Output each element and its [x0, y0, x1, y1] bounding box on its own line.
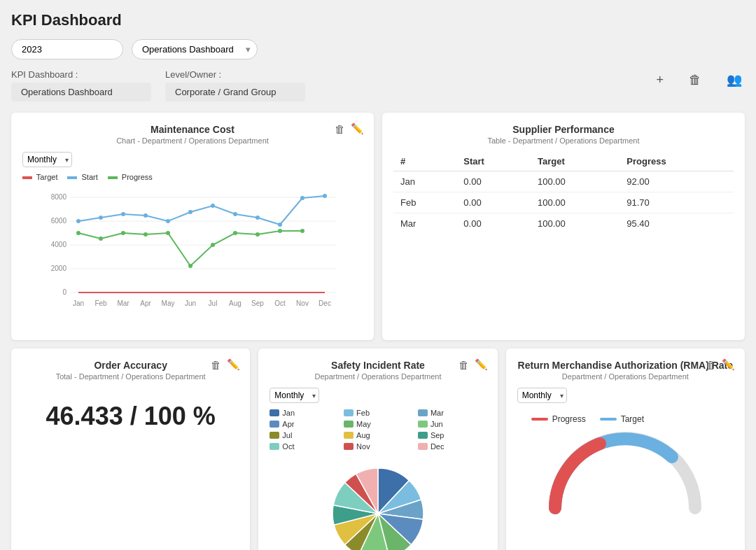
dashboard-select[interactable]: Operations Dashboard Finance Dashboard H… — [132, 39, 258, 59]
svg-point-36 — [121, 231, 125, 235]
kpi-row: KPI Dashboard : Operations Dashboard Lev… — [11, 69, 745, 101]
cell-start: 0.00 — [456, 192, 531, 213]
kpi-dashboard-label: KPI Dashboard : — [11, 69, 151, 80]
safety-pie-chart — [315, 458, 441, 550]
supplier-table-scroll[interactable]: # Start Target Progress Jan 0.00 100.00 … — [393, 152, 734, 234]
svg-text:8000: 8000 — [51, 193, 67, 201]
top-dashboard-grid: Maintenance Cost Chart - Department / Op… — [11, 113, 745, 340]
maintenance-cost-subtitle: Chart - Department / Operations Departme… — [22, 136, 363, 145]
rma-monthly-select[interactable]: Monthly Weekly Yearly — [517, 388, 567, 403]
maintenance-delete-button[interactable]: 🗑 — [335, 122, 345, 135]
svg-text:Oct: Oct — [274, 299, 286, 307]
rma-monthly-wrap: Monthly Weekly Yearly — [517, 388, 567, 403]
safety-incident-delete-button[interactable]: 🗑 — [458, 358, 469, 371]
legend-feb: Feb — [344, 409, 412, 417]
svg-text:2000: 2000 — [51, 265, 67, 272]
cell-month: Feb — [393, 192, 456, 213]
rma-legend-target: Target — [600, 414, 644, 424]
svg-text:6000: 6000 — [51, 217, 67, 225]
order-accuracy-toolbar: 🗑 ✏️ — [211, 358, 240, 371]
order-accuracy-title: Order Accuracy — [22, 360, 239, 371]
safety-monthly-select[interactable]: Monthly Weekly Yearly — [270, 388, 319, 403]
svg-point-25 — [144, 213, 148, 218]
col-progress: Progress — [620, 152, 734, 171]
maintenance-monthly-wrap: Monthly Weekly Yearly — [22, 152, 72, 167]
rma-rate-card: Return Merchandise Authorization (RMA) R… — [506, 348, 745, 550]
rma-rate-title: Return Merchandise Authorization (RMA) R… — [517, 360, 734, 371]
supplier-performance-subtitle: Table - Department / Operations Departme… — [393, 136, 734, 145]
svg-point-34 — [76, 231, 80, 235]
cell-month: Jan — [393, 171, 456, 192]
order-accuracy-card: Order Accuracy Total - Department / Oper… — [11, 348, 250, 550]
svg-point-26 — [166, 219, 170, 223]
add-button[interactable]: + — [653, 70, 666, 90]
order-accuracy-edit-button[interactable]: ✏️ — [227, 358, 240, 371]
svg-point-44 — [300, 229, 304, 233]
legend-jan: Jan — [270, 409, 338, 417]
safety-incident-subtitle: Department / Operations Department — [270, 372, 486, 381]
svg-point-41 — [233, 231, 237, 235]
settings-button[interactable]: 👥 — [724, 69, 745, 90]
svg-point-31 — [278, 223, 282, 227]
supplier-table: # Start Target Progress Jan 0.00 100.00 … — [393, 152, 734, 234]
legend-target: Target — [22, 173, 57, 181]
rma-rate-edit-button[interactable]: ✏️ — [722, 358, 735, 371]
safety-incident-card: Safety Incident Rate Department / Operat… — [258, 348, 497, 550]
level-label: Level/Owner : — [165, 69, 305, 80]
legend-aug: Aug — [344, 431, 412, 439]
legend-sep: Sep — [418, 431, 486, 439]
rma-legend-progress: Progress — [531, 414, 586, 424]
col-target: Target — [531, 152, 620, 171]
legend-apr: Apr — [270, 420, 338, 428]
rma-rate-delete-button[interactable]: 🗑 — [706, 358, 716, 371]
svg-point-42 — [255, 232, 260, 237]
cell-target: 100.00 — [531, 171, 620, 192]
svg-point-30 — [255, 216, 260, 220]
svg-text:4000: 4000 — [51, 241, 67, 248]
delete-button[interactable]: 🗑 — [686, 70, 704, 90]
year-input[interactable] — [11, 39, 123, 59]
bottom-dashboard-grid: Order Accuracy Total - Department / Oper… — [11, 348, 745, 550]
level-field: Level/Owner : Corporate / Grand Group — [165, 69, 305, 101]
svg-text:Sep: Sep — [251, 299, 264, 307]
svg-point-29 — [233, 212, 237, 216]
legend-jun: Jun — [418, 420, 486, 428]
svg-text:Jun: Jun — [185, 299, 196, 307]
svg-point-37 — [144, 232, 148, 237]
supplier-performance-title: Supplier Performance — [393, 124, 734, 135]
svg-text:Apr: Apr — [140, 299, 151, 307]
rma-rate-toolbar: 🗑 ✏️ — [706, 358, 735, 371]
maintenance-legend: Target Start Progress — [22, 173, 363, 181]
page-title: KPI Dashboard — [11, 11, 745, 29]
safety-incident-title: Safety Incident Rate — [270, 360, 486, 371]
col-start: Start — [456, 152, 531, 171]
table-row: Mar 0.00 100.00 95.40 — [393, 213, 734, 234]
svg-text:Jul: Jul — [209, 299, 218, 307]
safety-incident-edit-button[interactable]: ✏️ — [475, 358, 488, 371]
top-bar: Operations Dashboard Finance Dashboard H… — [11, 39, 745, 59]
table-row: Feb 0.00 100.00 91.70 — [393, 192, 734, 213]
maintenance-edit-button[interactable]: ✏️ — [351, 122, 364, 135]
svg-text:May: May — [162, 299, 175, 307]
maintenance-monthly-select[interactable]: Monthly Weekly Yearly — [22, 152, 72, 167]
svg-text:Jan: Jan — [73, 299, 84, 307]
dashboard-select-wrap: Operations Dashboard Finance Dashboard H… — [132, 39, 258, 59]
kpi-field: KPI Dashboard : Operations Dashboard — [11, 69, 151, 101]
order-accuracy-delete-button[interactable]: 🗑 — [211, 358, 221, 371]
cell-start: 0.00 — [456, 171, 531, 192]
safety-monthly-wrap: Monthly Weekly Yearly — [270, 388, 319, 403]
maintenance-chart: 8000 6000 4000 2000 0 Jan Feb Mar Apr Ma… — [22, 187, 363, 327]
cell-progress: 92.00 — [620, 171, 734, 192]
cell-progress: 95.40 — [620, 213, 734, 234]
maintenance-cost-toolbar: 🗑 ✏️ — [335, 122, 364, 135]
legend-dec: Dec — [418, 442, 486, 451]
svg-point-32 — [300, 196, 304, 200]
svg-point-40 — [211, 243, 215, 247]
table-row: Jan 0.00 100.00 92.00 — [393, 171, 734, 192]
col-month: # — [393, 152, 456, 171]
legend-nov: Nov — [344, 442, 412, 451]
supplier-performance-card: Supplier Performance Table - Department … — [382, 113, 745, 340]
svg-text:Mar: Mar — [117, 299, 130, 307]
order-accuracy-subtitle: Total - Department / Operations Departme… — [22, 372, 239, 381]
svg-point-43 — [278, 229, 282, 233]
